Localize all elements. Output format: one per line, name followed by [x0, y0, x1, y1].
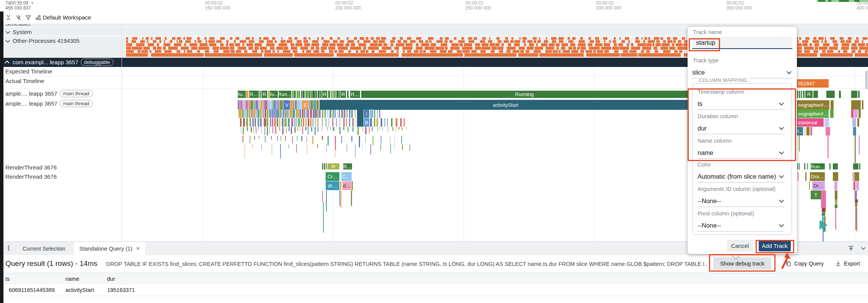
timeline-slice[interactable]	[799, 163, 800, 169]
timeline-slice[interactable]	[851, 91, 857, 98]
timeline-slice[interactable]: R…	[797, 127, 803, 135]
timeline-slice[interactable]	[260, 91, 261, 98]
timeline-slice[interactable]: R…	[350, 91, 360, 98]
copy-query-button[interactable]: Copy Query	[785, 257, 824, 270]
timeline-slice[interactable]: eographer#…	[797, 100, 829, 109]
timeline-slice[interactable]: d…	[342, 181, 351, 190]
timeline-slice[interactable]	[833, 172, 838, 181]
timeline-slice[interactable]	[324, 163, 325, 169]
timeline-slice[interactable]	[809, 181, 810, 190]
timeline-slice[interactable]: R	[322, 91, 327, 98]
timeline-slice[interactable]	[806, 127, 810, 135]
timeline-slice[interactable]	[835, 204, 837, 208]
chevron-down-icon[interactable]	[5, 38, 10, 43]
timeline-slice[interactable]	[853, 163, 858, 169]
timeline-slice[interactable]: T	[811, 191, 821, 199]
timeline-slice[interactable]	[799, 135, 800, 152]
timeline-slice[interactable]	[323, 202, 324, 233]
timeline-slice[interactable]: Cr…	[326, 172, 339, 181]
timeline-slice[interactable]: R…	[343, 163, 352, 169]
timeline-slice[interactable]	[340, 181, 341, 190]
timeline-slice[interactable]	[824, 118, 829, 127]
trace-minimap[interactable]	[817, 0, 868, 2]
timeline-slice[interactable]	[322, 163, 323, 169]
timeline-slice[interactable]	[855, 204, 857, 207]
timeline-slice[interactable]: R…	[249, 91, 259, 98]
timeline-slice[interactable]: dr…	[326, 181, 339, 190]
timeline-slice[interactable]	[246, 91, 248, 98]
table-row[interactable]: 606911651445389activityStart195163371	[0, 284, 868, 296]
timeline-slice[interactable]	[855, 199, 858, 203]
timeline-slice[interactable]: traversal	[797, 118, 824, 127]
timeline-slice[interactable]: R	[341, 91, 346, 98]
timeline-slice[interactable]	[856, 181, 859, 190]
timeline-slice[interactable]	[826, 127, 830, 135]
track-type-select[interactable]: slice	[692, 67, 792, 78]
pin-disabled-icon[interactable]	[15, 15, 21, 21]
close-tab-icon[interactable]: ×	[136, 245, 140, 252]
timeline-slice[interactable]	[862, 100, 863, 109]
timeline-slice[interactable]	[822, 213, 825, 216]
column-header[interactable]: name	[60, 273, 102, 284]
timeline-slice[interactable]	[797, 163, 798, 169]
timeline-slice[interactable]: B	[364, 118, 369, 127]
timeline-slice[interactable]	[810, 127, 812, 135]
timeline-slice[interactable]	[826, 91, 835, 98]
timeline-slice[interactable]	[835, 199, 837, 204]
timeline-slice[interactable]: R	[328, 163, 339, 169]
timeline-slice[interactable]: Dr…	[812, 181, 825, 190]
arguments-id-column-optional-select[interactable]: --None--	[698, 195, 785, 207]
timeline-slice[interactable]: R	[261, 91, 267, 98]
timeline-slice[interactable]	[834, 181, 837, 190]
timeline-slice[interactable]	[797, 91, 798, 98]
timeline-slice[interactable]	[859, 163, 860, 169]
timeline-slice[interactable]: Ru…	[270, 91, 278, 98]
timeline-slice[interactable]: Running	[361, 91, 688, 98]
timeline-slice[interactable]	[853, 172, 853, 181]
timeline-slice[interactable]: Run…	[279, 91, 291, 98]
timeline-slice[interactable]	[351, 191, 352, 206]
timeline-slice[interactable]	[855, 135, 856, 163]
timeline-slice[interactable]	[326, 191, 327, 212]
timeline-slice[interactable]: V	[284, 100, 290, 109]
timeline-slice[interactable]	[835, 191, 837, 199]
timeline-slice[interactable]: Run…	[811, 163, 825, 169]
cancel-button[interactable]: Cancel	[727, 240, 753, 251]
timeline-slice[interactable]	[798, 172, 798, 181]
timeline-slice[interactable]: Ru…	[238, 91, 246, 98]
timeline-slice[interactable]	[803, 91, 805, 98]
filter-icon[interactable]	[25, 15, 31, 21]
timeline-slice[interactable]	[813, 91, 818, 98]
timeline-slice[interactable]	[801, 91, 802, 98]
timeline-slice[interactable]: eographer#…	[797, 109, 829, 118]
timeline-slice[interactable]	[854, 109, 858, 118]
duration-column-select[interactable]: dur	[698, 122, 785, 134]
timeline-slice[interactable]: i	[364, 109, 369, 118]
timeline-slice[interactable]	[854, 172, 859, 181]
track-name-input[interactable]: startup	[692, 37, 792, 49]
timeline-slice[interactable]	[339, 191, 340, 206]
track-column-divider[interactable]	[122, 11, 122, 241]
timeline-slice[interactable]	[804, 163, 805, 169]
timeline-slice[interactable]	[805, 172, 806, 181]
add-track-button[interactable]: Add Track	[759, 240, 791, 251]
timeline-slice[interactable]	[268, 91, 269, 98]
timeline-slice[interactable]	[858, 109, 861, 118]
timeline-slice[interactable]	[859, 135, 860, 155]
timeline-slice[interactable]	[822, 208, 826, 212]
timeline-slice[interactable]: C…	[341, 172, 352, 181]
name-column-select[interactable]: name	[698, 147, 785, 159]
timeline-slice[interactable]	[852, 118, 856, 127]
timeline-slice[interactable]	[821, 191, 826, 208]
tab-standalone-query[interactable]: Standalone Query (1)×	[74, 242, 145, 255]
chevron-down-icon[interactable]	[5, 29, 10, 34]
timeline-slice[interactable]	[326, 163, 327, 169]
timeline-ruler[interactable]: 7d00:35:09 +455 030 837 00:00:02150 000 …	[0, 0, 868, 12]
timeline-slice[interactable]	[807, 163, 808, 169]
timeline-slice[interactable]: Dra…	[810, 172, 825, 181]
timeline-slice[interactable]	[352, 181, 353, 190]
timeline-slice[interactable]	[341, 191, 341, 208]
collapse-all-icon[interactable]	[5, 15, 11, 21]
export-button[interactable]: Export	[835, 257, 860, 270]
timeline-slice[interactable]	[347, 91, 349, 98]
